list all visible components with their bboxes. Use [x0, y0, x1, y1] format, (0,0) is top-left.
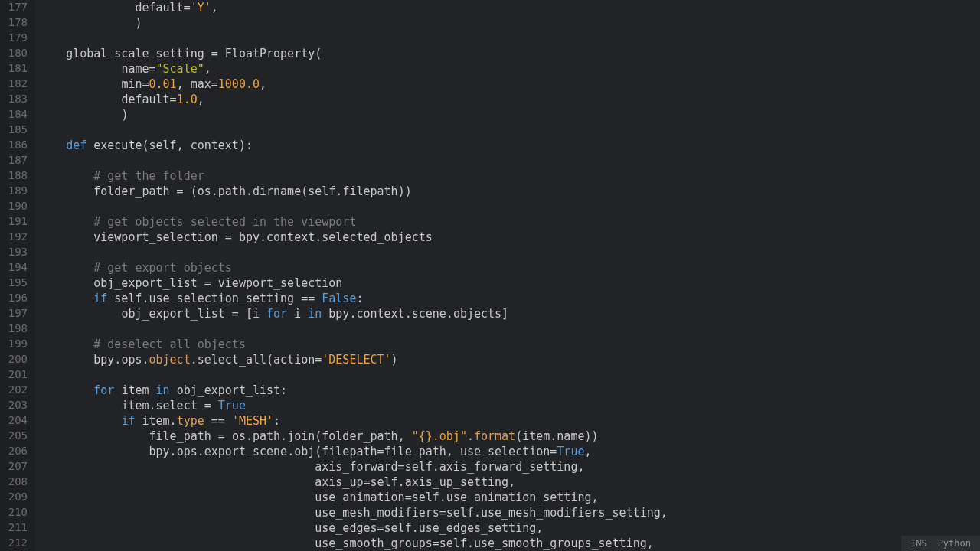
line-number: 212: [0, 536, 28, 551]
line-number: 201: [0, 367, 28, 383]
line-number: 200: [0, 352, 28, 367]
code-line[interactable]: name="Scale",: [38, 61, 980, 77]
line-number: 186: [0, 138, 28, 153]
code-line[interactable]: use_animation=self.use_animation_setting…: [38, 490, 980, 505]
code-line[interactable]: default=1.0,: [38, 92, 980, 107]
code-line[interactable]: # get export objects: [38, 260, 980, 276]
line-number: 207: [0, 459, 28, 474]
line-number-gutter: 1771781791801811821831841851861871881891…: [0, 0, 35, 551]
code-editor[interactable]: 1771781791801811821831841851861871881891…: [0, 0, 980, 551]
code-line[interactable]: global_scale_setting = FloatProperty(: [38, 46, 980, 61]
line-number: 206: [0, 444, 28, 459]
code-line[interactable]: [38, 122, 980, 138]
line-number: 203: [0, 398, 28, 413]
line-number: 177: [0, 0, 28, 15]
code-line[interactable]: use_smooth_groups=self.use_smooth_groups…: [38, 536, 980, 551]
code-line[interactable]: [38, 321, 980, 337]
line-number: 205: [0, 429, 28, 444]
code-line[interactable]: # get objects selected in the viewport: [38, 214, 980, 230]
line-number: 185: [0, 122, 28, 138]
line-number: 202: [0, 383, 28, 398]
line-number: 182: [0, 77, 28, 92]
line-number: 191: [0, 214, 28, 230]
insert-mode-indicator: INS: [910, 537, 927, 549]
code-line[interactable]: if item.type == 'MESH':: [38, 413, 980, 429]
line-number: 187: [0, 153, 28, 168]
line-number: 180: [0, 46, 28, 61]
line-number: 204: [0, 413, 28, 429]
code-line[interactable]: bpy.ops.object.select_all(action='DESELE…: [38, 352, 980, 367]
line-number: 199: [0, 337, 28, 352]
line-number: 194: [0, 260, 28, 276]
line-number: 190: [0, 199, 28, 214]
line-number: 193: [0, 245, 28, 260]
code-line[interactable]: item.select = True: [38, 398, 980, 413]
code-line[interactable]: obj_export_list = [i for i in bpy.contex…: [38, 306, 980, 321]
code-line[interactable]: ): [38, 107, 980, 122]
language-indicator[interactable]: Python: [938, 537, 971, 549]
code-line[interactable]: if self.use_selection_setting == False:: [38, 291, 980, 306]
line-number: 184: [0, 107, 28, 122]
code-line[interactable]: use_edges=self.use_edges_setting,: [38, 520, 980, 536]
code-line[interactable]: [38, 245, 980, 260]
line-number: 181: [0, 61, 28, 77]
line-number: 192: [0, 230, 28, 245]
line-number: 183: [0, 92, 28, 107]
code-line[interactable]: bpy.ops.export_scene.obj(filepath=file_p…: [38, 444, 980, 459]
code-line[interactable]: obj_export_list = viewport_selection: [38, 276, 980, 291]
line-number: 211: [0, 520, 28, 536]
code-line[interactable]: # get the folder: [38, 168, 980, 184]
code-line[interactable]: [38, 367, 980, 383]
code-line[interactable]: # deselect all objects: [38, 337, 980, 352]
code-line[interactable]: [38, 153, 980, 168]
code-line[interactable]: min=0.01, max=1000.0,: [38, 77, 980, 92]
code-line[interactable]: viewport_selection = bpy.context.selecte…: [38, 230, 980, 245]
code-line[interactable]: def execute(self, context):: [38, 138, 980, 153]
code-line[interactable]: use_mesh_modifiers=self.use_mesh_modifie…: [38, 505, 980, 520]
status-bar: INS Python: [901, 536, 980, 551]
line-number: 208: [0, 474, 28, 490]
line-number: 209: [0, 490, 28, 505]
line-number: 196: [0, 291, 28, 306]
line-number: 188: [0, 168, 28, 184]
code-line[interactable]: ): [38, 15, 980, 31]
line-number: 198: [0, 321, 28, 337]
line-number: 179: [0, 31, 28, 46]
line-number: 189: [0, 184, 28, 199]
line-number: 197: [0, 306, 28, 321]
code-line[interactable]: [38, 31, 980, 46]
code-line[interactable]: file_path = os.path.join(folder_path, "{…: [38, 429, 980, 444]
code-area[interactable]: default='Y', ) global_scale_setting = Fl…: [35, 0, 980, 551]
code-line[interactable]: default='Y',: [38, 0, 980, 15]
code-line[interactable]: folder_path = (os.path.dirname(self.file…: [38, 184, 980, 199]
code-line[interactable]: [38, 199, 980, 214]
code-line[interactable]: axis_forward=self.axis_forward_setting,: [38, 459, 980, 474]
code-line[interactable]: for item in obj_export_list:: [38, 383, 980, 398]
line-number: 178: [0, 15, 28, 31]
line-number: 210: [0, 505, 28, 520]
line-number: 195: [0, 276, 28, 291]
code-line[interactable]: axis_up=self.axis_up_setting,: [38, 474, 980, 490]
